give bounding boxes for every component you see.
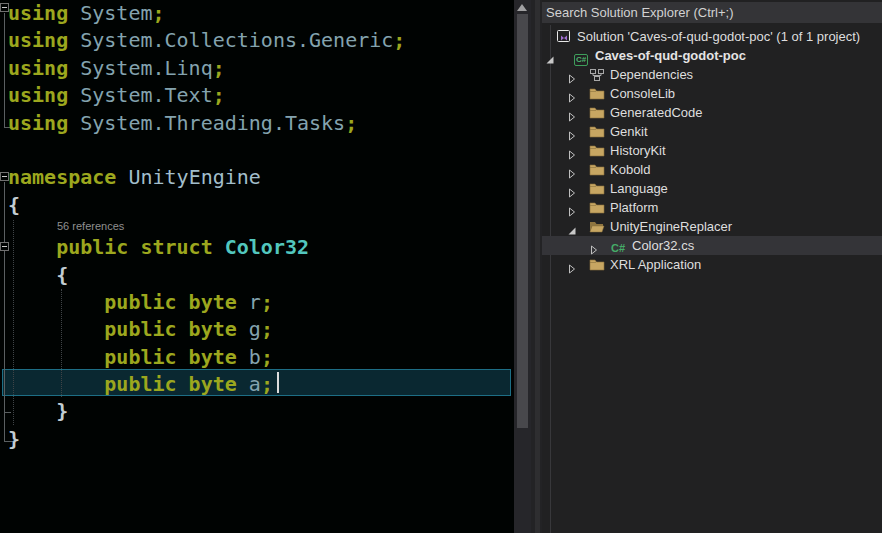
- tree-row[interactable]: Solution 'Caves-of-qud-godot-poc' (1 of …: [542, 27, 882, 46]
- tree-row[interactable]: Dependencies: [542, 65, 882, 84]
- code-token: }: [8, 399, 68, 423]
- code-token: }: [8, 427, 20, 451]
- folder-icon: [589, 200, 605, 215]
- code-line[interactable]: using System.Threading.Tasks;: [0, 110, 514, 137]
- tree-row[interactable]: Kobold: [542, 160, 882, 179]
- tree-row[interactable]: C#Color32.cs: [542, 236, 882, 255]
- chevron-collapsed-icon[interactable]: [589, 241, 599, 251]
- chevron-expanded-icon[interactable]: [567, 222, 577, 232]
- code-editor[interactable]: using System;using System.Collections.Ge…: [0, 0, 514, 533]
- code-line[interactable]: using System;: [0, 0, 514, 27]
- chevron-collapsed-icon[interactable]: [567, 127, 577, 137]
- tree-item-label: Caves-of-qud-godot-poc: [595, 46, 746, 65]
- fold-collapse-icon[interactable]: [0, 172, 9, 181]
- code-line[interactable]: namespace UnityEngine: [0, 164, 514, 191]
- csharp-file-icon: C#: [611, 238, 627, 253]
- tree-item-label: Solution 'Caves-of-qud-godot-poc' (1 of …: [577, 27, 860, 46]
- solution-explorer-panel: Search Solution Explorer (Ctrl+;) Soluti…: [542, 0, 882, 533]
- code-token: r: [249, 290, 261, 314]
- tree-row[interactable]: Genkit: [542, 122, 882, 141]
- tree-row[interactable]: UnityEngineReplacer: [542, 217, 882, 236]
- code-token: using: [8, 56, 80, 80]
- vs-window: using System;using System.Collections.Ge…: [0, 0, 882, 533]
- folder-open-icon: [589, 219, 605, 234]
- code-line[interactable]: {: [0, 192, 514, 219]
- text-caret: [277, 372, 279, 393]
- solution-icon: [556, 29, 572, 44]
- chevron-collapsed-icon[interactable]: [567, 89, 577, 99]
- code-token: using: [8, 111, 80, 135]
- fold-collapse-icon[interactable]: [0, 242, 9, 251]
- code-line[interactable]: public byte b;: [0, 344, 514, 371]
- code-token: g: [249, 317, 261, 341]
- code-token: ;: [213, 56, 225, 80]
- tree-item-label: ConsoleLib: [610, 84, 675, 103]
- code-line[interactable]: public byte a;: [0, 371, 514, 398]
- chevron-collapsed-icon[interactable]: [567, 108, 577, 118]
- code-token: using: [8, 28, 80, 52]
- tree-row[interactable]: Platform: [542, 198, 882, 217]
- code-line[interactable]: public struct Color32: [0, 234, 514, 261]
- code-line[interactable]: using System.Collections.Generic;: [0, 27, 514, 54]
- code-token: using: [8, 1, 80, 25]
- tree-item-label: XRL Application: [610, 255, 701, 274]
- fold-collapse-icon[interactable]: [0, 3, 9, 12]
- solution-tree: Solution 'Caves-of-qud-godot-poc' (1 of …: [542, 0, 882, 533]
- scrollbar-thumb[interactable]: [517, 14, 528, 428]
- code-token: public byte: [8, 290, 249, 314]
- code-token: ;: [261, 317, 273, 341]
- folder-icon: [589, 143, 605, 158]
- chevron-collapsed-icon[interactable]: [567, 146, 577, 156]
- csharp-project-icon: C#: [574, 48, 590, 63]
- code-token: namespace: [8, 165, 128, 189]
- tree-row[interactable]: ConsoleLib: [542, 84, 882, 103]
- code-token: System.Collections.Generic: [80, 28, 393, 52]
- code-token: Color32: [225, 235, 309, 259]
- tree-row[interactable]: HistoryKit: [542, 141, 882, 160]
- tree-item-label: Language: [610, 179, 668, 198]
- tree-row[interactable]: Language: [542, 179, 882, 198]
- code-line[interactable]: public byte g;: [0, 316, 514, 343]
- code-token: ;: [153, 1, 165, 25]
- code-token: System.Threading.Tasks: [80, 111, 345, 135]
- panel-splitter[interactable]: [531, 0, 542, 533]
- code-line[interactable]: public byte r;: [0, 289, 514, 316]
- code-token: UnityEngine: [128, 165, 260, 189]
- code-token: a: [249, 372, 261, 396]
- tree-row[interactable]: XRL Application: [542, 255, 882, 274]
- code-token: ;: [261, 345, 273, 369]
- code-token: ;: [261, 290, 273, 314]
- tree-row[interactable]: C#Caves-of-qud-godot-poc: [542, 46, 882, 65]
- chevron-collapsed-icon[interactable]: [567, 260, 577, 270]
- tree-row[interactable]: GeneratedCode: [542, 103, 882, 122]
- chevron-expanded-icon[interactable]: [545, 51, 555, 61]
- code-token: System.Text: [80, 83, 212, 107]
- codelens-references[interactable]: 56 references: [0, 219, 514, 234]
- code-line[interactable]: using System.Linq;: [0, 55, 514, 82]
- code-token: {: [8, 263, 68, 287]
- chevron-collapsed-icon[interactable]: [567, 165, 577, 175]
- panel-splitter-band: [535, 0, 540, 533]
- code-token: System: [80, 1, 152, 25]
- chevron-collapsed-icon[interactable]: [567, 184, 577, 194]
- scrollbar-up-arrow[interactable]: [517, 4, 527, 11]
- folder-icon: [589, 257, 605, 272]
- code-token: public struct: [8, 235, 225, 259]
- dependencies-icon: [589, 67, 605, 82]
- folder-icon: [589, 162, 605, 177]
- tree-item-label: HistoryKit: [610, 141, 666, 160]
- chevron-collapsed-icon[interactable]: [567, 70, 577, 80]
- code-token: using: [8, 83, 80, 107]
- chevron-collapsed-icon[interactable]: [567, 203, 577, 213]
- code-line[interactable]: }: [0, 398, 514, 425]
- folder-icon: [589, 86, 605, 101]
- code-token: ;: [393, 28, 405, 52]
- code-line[interactable]: }: [0, 426, 514, 453]
- tree-item-label: Color32.cs: [632, 236, 694, 255]
- code-token: ;: [261, 372, 273, 396]
- code-line[interactable]: [0, 137, 514, 164]
- code-line[interactable]: using System.Text;: [0, 82, 514, 109]
- editor-scrollbar[interactable]: [514, 0, 531, 533]
- folder-icon: [589, 105, 605, 120]
- code-line[interactable]: {: [0, 262, 514, 289]
